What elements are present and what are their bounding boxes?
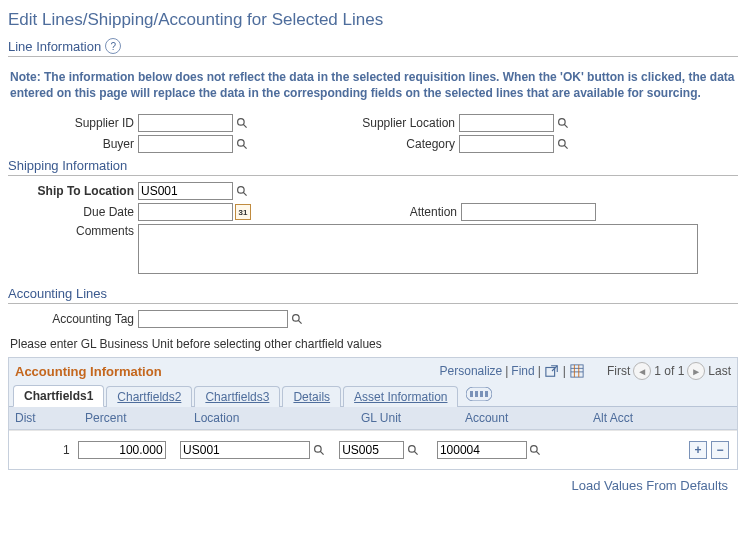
accounting-grid: Accounting Information Personalize | Fin… — [8, 357, 738, 470]
col-altacct: Alt Acct — [587, 407, 725, 429]
svg-line-28 — [537, 451, 540, 454]
svg-point-23 — [314, 446, 321, 453]
svg-point-2 — [558, 119, 565, 126]
due-date-label: Due Date — [8, 205, 138, 219]
svg-point-4 — [237, 140, 244, 147]
zoom-icon[interactable] — [544, 363, 560, 379]
supplier-location-input[interactable] — [459, 114, 554, 132]
svg-point-27 — [531, 446, 538, 453]
svg-rect-22 — [485, 391, 488, 397]
svg-point-10 — [292, 315, 299, 322]
lookup-icon[interactable] — [235, 137, 249, 151]
percent-input[interactable] — [78, 441, 166, 459]
tab-chartfields3[interactable]: Chartfields3 — [194, 386, 280, 407]
note-label: Note: — [10, 70, 41, 84]
location-input[interactable] — [180, 441, 310, 459]
supplier-location-label: Supplier Location — [362, 116, 459, 130]
svg-point-0 — [237, 119, 244, 126]
add-row-button[interactable]: + — [689, 441, 707, 459]
svg-rect-13 — [571, 365, 583, 377]
supplier-id-input[interactable] — [138, 114, 233, 132]
glunit-input[interactable] — [339, 441, 404, 459]
section-header-line-info: Line Information ? — [8, 36, 738, 57]
svg-rect-19 — [470, 391, 473, 397]
next-icon[interactable]: ► — [687, 362, 705, 380]
col-dist: Dist — [9, 407, 79, 429]
ship-to-label: Ship To Location — [8, 184, 138, 198]
first-label: First — [607, 364, 630, 378]
lookup-icon[interactable] — [235, 184, 249, 198]
chartfield-hint: Please enter GL Business Unit before sel… — [8, 331, 738, 357]
svg-line-7 — [564, 145, 567, 148]
tab-asset-information[interactable]: Asset Information — [343, 386, 458, 407]
attention-input[interactable] — [461, 203, 596, 221]
lookup-icon[interactable] — [406, 443, 420, 457]
svg-line-1 — [243, 124, 246, 127]
svg-point-8 — [237, 187, 244, 194]
col-percent: Percent — [79, 407, 188, 429]
col-glunit: GL Unit — [355, 407, 459, 429]
lookup-icon[interactable] — [235, 116, 249, 130]
svg-line-26 — [414, 451, 417, 454]
dist-value: 1 — [63, 443, 70, 457]
accounting-tag-input[interactable] — [138, 310, 288, 328]
lookup-icon[interactable] — [290, 312, 304, 326]
tab-details[interactable]: Details — [282, 386, 341, 407]
section-header-label: Shipping Information — [8, 158, 127, 173]
delete-row-button[interactable]: − — [711, 441, 729, 459]
last-label: Last — [708, 364, 731, 378]
help-icon[interactable]: ? — [105, 38, 121, 54]
svg-rect-18 — [466, 387, 492, 401]
page-title: Edit Lines/Shipping/Accounting for Selec… — [8, 10, 738, 30]
col-account: Account — [459, 407, 587, 429]
personalize-link[interactable]: Personalize — [440, 364, 503, 378]
section-header-label: Line Information — [8, 39, 101, 54]
accounting-tag-label: Accounting Tag — [8, 312, 138, 326]
tab-chartfields1[interactable]: Chartfields1 — [13, 385, 104, 407]
buyer-input[interactable] — [138, 135, 233, 153]
due-date-input[interactable] — [138, 203, 233, 221]
svg-rect-21 — [480, 391, 483, 397]
pager-text: 1 of 1 — [654, 364, 684, 378]
lookup-icon[interactable] — [312, 443, 326, 457]
comments-label: Comments — [8, 224, 138, 238]
section-header-shipping: Shipping Information — [8, 156, 738, 176]
svg-rect-20 — [475, 391, 478, 397]
lookup-icon[interactable] — [556, 116, 570, 130]
section-header-accounting: Accounting Lines — [8, 284, 738, 304]
col-location: Location — [188, 407, 355, 429]
account-input[interactable] — [437, 441, 527, 459]
column-headers: Dist Percent Location GL Unit Account Al… — [9, 407, 737, 430]
ship-to-input[interactable] — [138, 182, 233, 200]
lookup-icon[interactable] — [529, 443, 543, 457]
note-block: Note: The information below does not ref… — [8, 63, 738, 111]
note-text: The information below does not reflect t… — [10, 70, 734, 100]
svg-rect-12 — [546, 368, 555, 377]
section-header-label: Accounting Lines — [8, 286, 107, 301]
svg-line-24 — [320, 451, 323, 454]
comments-textarea[interactable] — [138, 224, 698, 274]
tab-chartfields2[interactable]: Chartfields2 — [106, 386, 192, 407]
tabstrip: Chartfields1 Chartfields2 Chartfields3 D… — [9, 384, 737, 407]
prev-icon[interactable]: ◄ — [633, 362, 651, 380]
svg-line-11 — [298, 320, 301, 323]
lookup-icon[interactable] — [556, 137, 570, 151]
attention-label: Attention — [410, 205, 461, 219]
svg-line-3 — [564, 124, 567, 127]
spreadsheet-icon[interactable] — [569, 363, 585, 379]
calendar-icon[interactable]: 31 — [235, 204, 251, 220]
find-link[interactable]: Find — [511, 364, 534, 378]
category-input[interactable] — [459, 135, 554, 153]
supplier-id-label: Supplier ID — [8, 116, 138, 130]
svg-point-6 — [558, 140, 565, 147]
svg-line-9 — [243, 192, 246, 195]
buyer-label: Buyer — [8, 137, 138, 151]
svg-line-5 — [243, 145, 246, 148]
grid-title: Accounting Information — [15, 364, 162, 379]
load-defaults-link[interactable]: Load Values From Defaults — [571, 478, 728, 493]
svg-point-25 — [408, 446, 415, 453]
category-label: Category — [406, 137, 459, 151]
show-all-tabs-icon[interactable] — [460, 385, 498, 406]
table-row: 1 + − — [9, 430, 737, 469]
